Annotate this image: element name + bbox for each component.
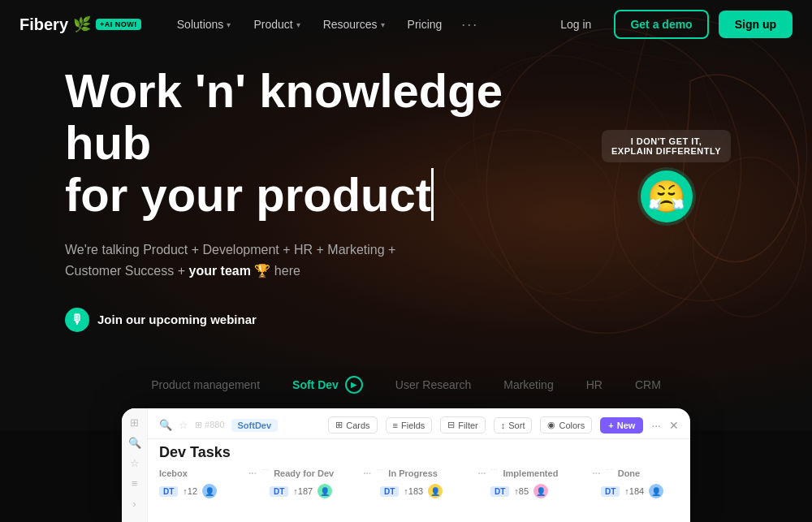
hero-subtitle: We're talking Product + Development + HR…: [65, 239, 414, 281]
fields-btn[interactable]: ≡ Fields: [386, 417, 433, 434]
filter-btn[interactable]: ⊟ Filter: [440, 416, 485, 434]
sort-icon: ↕: [501, 421, 506, 430]
plus-icon: +: [608, 421, 613, 430]
hero-section: Work 'n' knowledge hub for your product …: [0, 0, 812, 430]
card-badge: SoftDev: [231, 419, 279, 432]
cards-icon: ⊞: [335, 420, 343, 430]
webinar-link[interactable]: 🎙 Join our upcoming webinar: [65, 308, 812, 332]
card-main-title: Dev Tasks: [159, 444, 679, 461]
tooltip-bubble: I DON'T GET IT,EXPLAIN DIFFERENTLY 😤: [602, 130, 731, 222]
card-star-icon[interactable]: ☆: [179, 419, 188, 431]
col-ready-dots[interactable]: ···: [363, 468, 371, 479]
card-items-row: DT ↑12 👤 DT ↑187 👤 DT ↑183 👤 DT ↑85 👤: [148, 482, 690, 498]
ai-badge: +AI NOW!: [96, 19, 141, 30]
col-inprogress: In Progress ···: [388, 464, 486, 482]
card-search-icon[interactable]: 🔍: [159, 419, 172, 431]
logo[interactable]: Fibery 🌿 +AI NOW!: [19, 15, 141, 34]
count-ready: ↑187: [293, 486, 313, 496]
count-icebox: ↑12: [183, 486, 197, 496]
colors-btn[interactable]: ◉ Colors: [540, 416, 592, 434]
resources-chevron: ▾: [381, 20, 385, 29]
nav-links: Solutions ▾ Product ▾ Resources ▾ Pricin…: [167, 10, 547, 40]
sidebar-menu-icon[interactable]: ≡: [132, 477, 138, 490]
count-inprogress: ↑183: [404, 486, 423, 496]
avatar-inprogress: 👤: [428, 484, 443, 498]
cat-hr[interactable]: HR: [586, 378, 603, 391]
sidebar-arrow-icon[interactable]: ›: [132, 498, 136, 510]
avatar-ready: 👤: [317, 484, 332, 498]
demo-button[interactable]: Get a demo: [614, 10, 708, 39]
item-icebox: DT ↑12 👤: [159, 484, 257, 498]
col-ready: Ready for Dev ···: [274, 464, 371, 482]
count-implemented: ↑85: [514, 486, 529, 496]
item-ready: DT ↑187 👤: [270, 484, 367, 498]
nav-resources[interactable]: Resources ▾: [313, 11, 395, 37]
cards-view-btn[interactable]: ⊞ Cards: [328, 416, 377, 434]
card-header-right: ⊞ Cards ≡ Fields ⊟ Filter ↕ Sort ◉ Col: [328, 416, 679, 434]
sidebar-star-icon[interactable]: ☆: [130, 457, 140, 469]
card-sidebar: ⊞ 🔍 ☆ ≡ ›: [122, 408, 148, 522]
nav-product[interactable]: Product ▾: [244, 11, 309, 37]
col-implemented: Implemented ···: [503, 464, 601, 482]
col-icebox-dots[interactable]: ···: [248, 468, 257, 479]
tag-icebox: DT: [159, 486, 178, 497]
sort-btn[interactable]: ↕ Sort: [494, 417, 533, 434]
col-done: Done ···: [618, 464, 690, 482]
item-done: DT ↑184 👤: [601, 484, 690, 498]
tag-done: DT: [601, 486, 620, 497]
tag-ready: DT: [270, 486, 288, 497]
webinar-label: Join our upcoming webinar: [97, 313, 257, 326]
sidebar-home-icon[interactable]: ⊞: [130, 416, 139, 429]
nav-actions: Log in Get a demo Sign up: [547, 10, 793, 39]
avatar-done: 👤: [649, 484, 663, 498]
col-implemented-dots[interactable]: ···: [593, 468, 601, 479]
solutions-chevron: ▾: [227, 20, 231, 29]
count-done: ↑184: [624, 486, 644, 496]
card-rating: ⊞ #880: [195, 420, 225, 430]
card-columns: Icebox ··· ··· Ready for Dev ··· ··· In …: [148, 464, 690, 482]
sidebar-search-icon[interactable]: 🔍: [128, 437, 141, 449]
webinar-icon: 🎙: [65, 308, 89, 332]
brand-name: Fibery: [19, 15, 68, 34]
play-icon[interactable]: ▶: [345, 376, 363, 394]
category-tabs: Product management Soft Dev ▶ User Resea…: [0, 376, 812, 394]
tooltip-avatar: 😤: [641, 170, 693, 222]
x-icon[interactable]: ✕: [669, 419, 679, 432]
filter-icon: ⊟: [447, 420, 455, 430]
cat-marketing[interactable]: Marketing: [503, 378, 553, 391]
col-icebox: Icebox ···: [159, 464, 257, 482]
cat-product-management[interactable]: Product management: [151, 378, 260, 391]
card-header-left: 🔍 ☆ ⊞ #880 SoftDev: [159, 419, 278, 432]
avatar-implemented: 👤: [533, 484, 548, 498]
navbar: Fibery 🌿 +AI NOW! Solutions ▾ Product ▾ …: [0, 0, 812, 49]
item-implemented: DT ↑85 👤: [490, 484, 588, 498]
card-header: 🔍 ☆ ⊞ #880 SoftDev ⊞ Cards ≡ Fields ⊟ Fi…: [148, 408, 690, 439]
tag-inprogress: DT: [380, 486, 399, 497]
col-inprogress-dots[interactable]: ···: [477, 468, 486, 479]
close-icon[interactable]: ···: [651, 419, 661, 432]
item-inprogress: DT ↑183 👤: [380, 484, 477, 498]
hero-title: Work 'n' knowledge hub for your product: [65, 65, 552, 220]
leaf-icon: 🌿: [73, 15, 91, 33]
cat-crm[interactable]: CRM: [635, 378, 661, 391]
login-button[interactable]: Log in: [547, 11, 604, 37]
fields-icon: ≡: [393, 421, 398, 430]
card-title-row: Dev Tasks: [148, 439, 690, 464]
nav-more[interactable]: ···: [455, 10, 485, 40]
tag-implemented: DT: [490, 486, 509, 497]
avatar-icebox: 👤: [202, 484, 217, 498]
tooltip-text: I DON'T GET IT,EXPLAIN DIFFERENTLY: [602, 130, 731, 162]
dev-tasks-card: ⊞ 🔍 ☆ ≡ › 🔍 ☆ ⊞ #880 SoftDev ⊞ Cards ≡ F…: [122, 408, 690, 522]
nav-solutions[interactable]: Solutions ▾: [167, 11, 241, 37]
signup-button[interactable]: Sign up: [719, 11, 793, 38]
product-chevron: ▾: [296, 20, 300, 29]
nav-pricing[interactable]: Pricing: [398, 11, 452, 37]
new-item-btn[interactable]: + New: [600, 417, 643, 434]
cat-user-research[interactable]: User Research: [395, 378, 471, 391]
colors-icon: ◉: [547, 420, 555, 430]
cat-soft-dev[interactable]: Soft Dev ▶: [292, 376, 363, 394]
